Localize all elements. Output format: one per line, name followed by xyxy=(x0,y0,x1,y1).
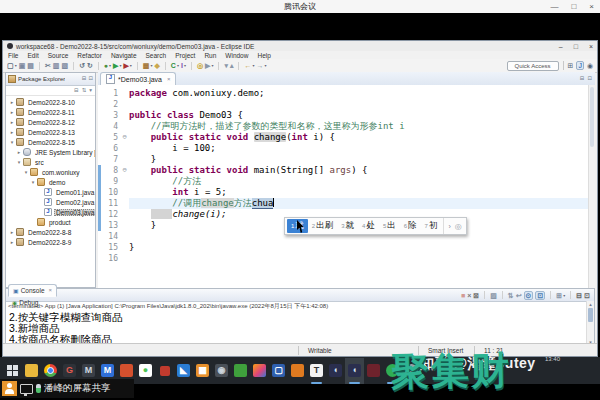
tree-item-product[interactable]: product xyxy=(6,217,95,227)
quick-access-field[interactable]: Quick Access xyxy=(507,61,559,71)
tree-expand-icon[interactable]: ▸ xyxy=(9,99,15,105)
new-class-dropdown-icon[interactable]: ▾ xyxy=(177,63,179,68)
tree-expand-icon[interactable]: ▸ xyxy=(9,129,15,135)
tree-expand-icon[interactable]: ▸ xyxy=(16,149,22,155)
ime-candidate[interactable]: 7初 xyxy=(421,219,442,233)
taskbar-app-vm[interactable]: ▢ xyxy=(269,358,288,384)
open-type-icon[interactable]: ◆ xyxy=(154,62,159,69)
tree-item-demo2022-8-8[interactable]: ▸Demo2022-8-8 xyxy=(6,227,95,237)
ime-settings-icon[interactable]: ◎ xyxy=(455,222,462,231)
tree-expand-icon[interactable]: ▸ xyxy=(9,119,15,125)
menu-run[interactable]: Run xyxy=(204,52,216,59)
tree-item-demo2022-8-15[interactable]: ▾Demo2022-8-15 xyxy=(6,137,95,147)
taskbar-app-gamebar[interactable]: ◉ xyxy=(212,358,231,384)
forward-icon[interactable]: → xyxy=(256,62,263,69)
taskbar-app-maroon[interactable] xyxy=(364,358,383,384)
cut-icon[interactable]: ✂ xyxy=(45,62,51,69)
taskbar-intellij[interactable] xyxy=(250,358,269,384)
code-editor-area[interactable]: 1package com.woniuxy.demo;23public class… xyxy=(98,85,588,288)
tree-item-demo2022-8-12[interactable]: ▸Demo2022-8-12 xyxy=(6,117,95,127)
tree-item-com-woniuxy[interactable]: ▾com.woniuxy xyxy=(6,167,95,177)
tree-expand-icon[interactable]: ▾ xyxy=(16,159,22,165)
minimize-view-icon[interactable]: ⊟ xyxy=(576,292,582,299)
new-interface-icon[interactable]: I xyxy=(181,62,183,69)
menu-window[interactable]: Window xyxy=(225,52,248,59)
taskbar-app-green[interactable] xyxy=(231,358,250,384)
tree-item-demo03-java[interactable]: Demo03.java xyxy=(6,207,95,217)
taskbar-wechat[interactable]: ● xyxy=(136,358,155,384)
open-perspective-icon[interactable]: ⊞ xyxy=(568,62,574,70)
tree-expand-icon[interactable]: ▸ xyxy=(9,229,15,235)
taskbar-typora[interactable]: T xyxy=(307,358,326,384)
forward-dropdown-icon[interactable]: ▾ xyxy=(264,63,266,68)
minimize-view-icon[interactable]: ⊟ xyxy=(82,76,87,82)
tree-expand-icon[interactable]: ▾ xyxy=(23,169,29,175)
ime-candidate[interactable]: 4处 xyxy=(358,219,379,233)
tree-item-demo01-java[interactable]: Demo01.java xyxy=(6,187,95,197)
menu-help[interactable]: Help xyxy=(257,52,270,59)
editor-scrollbar-thumb[interactable] xyxy=(590,87,594,147)
taskbar-eclipse-b[interactable]: ◖ xyxy=(345,358,364,384)
tree-expand-icon[interactable]: ▾ xyxy=(9,139,15,145)
taskbar-vscode[interactable]: ◣ xyxy=(174,358,193,384)
console-scrollbar[interactable]: ▴ ▾ xyxy=(586,301,594,345)
tree-expand-icon[interactable]: ▸ xyxy=(9,109,15,115)
maximize-editor-icon[interactable]: ⊡ xyxy=(587,76,592,82)
maximize-button[interactable]: □ xyxy=(571,3,576,11)
prev-annotation-icon[interactable]: ▴ xyxy=(230,62,234,69)
clear-console-icon[interactable]: ▨ xyxy=(490,292,497,299)
package-explorer-tree[interactable]: ▸Demo2022-8-10▸Demo2022-8-11▸Demo2022-8-… xyxy=(6,96,95,247)
coverage-icon[interactable]: ▶ xyxy=(123,62,128,69)
maximize-button[interactable]: □ xyxy=(574,43,578,50)
java-perspective-icon[interactable]: J xyxy=(576,61,584,70)
ime-next-page-icon[interactable]: › xyxy=(448,223,450,230)
menu-search[interactable]: Search xyxy=(146,52,167,59)
menu-edit[interactable]: Edit xyxy=(27,52,38,59)
next-annotation-icon[interactable]: ▾ xyxy=(224,62,228,69)
tree-item-demo2022-8-11[interactable]: ▸Demo2022-8-11 xyxy=(6,107,95,117)
maximize-view-icon[interactable]: ⊡ xyxy=(88,76,93,82)
pin-console-icon[interactable]: ⊙ xyxy=(524,291,534,300)
tree-item-demo2022-8-10[interactable]: ▸Demo2022-8-10 xyxy=(6,97,95,107)
redo-icon[interactable]: ↻ xyxy=(87,62,93,69)
close-tab-icon[interactable]: × xyxy=(49,287,53,293)
minimize-button[interactable]: — xyxy=(550,3,558,11)
tree-item-demo[interactable]: ▾demo xyxy=(6,177,95,187)
fold-icon[interactable]: ⊖ xyxy=(120,165,129,176)
terminate-icon[interactable]: ■ xyxy=(461,292,465,299)
back-dropdown-icon[interactable]: ▾ xyxy=(252,63,254,68)
run-icon[interactable]: ▶ xyxy=(113,62,118,69)
run-dropdown-icon[interactable]: ▾ xyxy=(119,63,121,68)
debug-dropdown-icon[interactable]: ▾ xyxy=(109,63,111,68)
scroll-up-icon[interactable]: ▴ xyxy=(589,301,592,307)
scroll-lock-icon[interactable]: ⇅ xyxy=(508,292,514,299)
tree-expand-icon[interactable]: ▸ xyxy=(9,239,15,245)
link-with-editor-icon[interactable]: ⇅ xyxy=(82,88,87,94)
external-tools-dropdown-icon[interactable]: ▾ xyxy=(211,63,213,68)
back-icon[interactable]: ← xyxy=(244,62,251,69)
undo-icon[interactable]: ↺ xyxy=(79,62,85,69)
ime-candidate[interactable]: 6除 xyxy=(400,219,421,233)
save-icon[interactable]: ▣ xyxy=(19,62,26,69)
copy-icon[interactable]: ▥ xyxy=(53,62,60,69)
editor-scrollbar[interactable] xyxy=(588,85,595,288)
ime-candidate[interactable]: 2出刷 xyxy=(308,219,337,233)
console-scrollbar-thumb[interactable] xyxy=(588,308,593,322)
ime-candidate[interactable]: 3就 xyxy=(337,219,358,233)
new-wizard-dropdown-icon[interactable]: ▾ xyxy=(15,63,17,68)
tree-expand-icon[interactable]: ▾ xyxy=(30,179,36,185)
editor-tab-demo03[interactable]: *Demo03.java × xyxy=(100,72,176,86)
open-console-dropdown-icon[interactable]: ▾ xyxy=(563,293,565,298)
console-tab-console[interactable]: ▣Console× xyxy=(8,284,57,297)
menu-refactor[interactable]: Refactor xyxy=(77,52,102,59)
collapse-all-icon[interactable]: ⊟ xyxy=(74,88,79,94)
debug-perspective-icon[interactable]: ◉ xyxy=(587,62,593,70)
minimize-button[interactable]: – xyxy=(559,43,563,50)
print-icon[interactable]: ▤ xyxy=(27,62,34,69)
open-console-icon[interactable]: ⊞ xyxy=(556,292,562,299)
menu-source[interactable]: Source xyxy=(48,52,69,59)
remove-all-launches-icon[interactable]: ⊠ xyxy=(473,292,479,299)
debug-icon[interactable]: ● xyxy=(104,62,108,69)
coverage-dropdown-icon[interactable]: ▾ xyxy=(130,63,132,68)
menu-file[interactable]: File xyxy=(8,52,18,59)
